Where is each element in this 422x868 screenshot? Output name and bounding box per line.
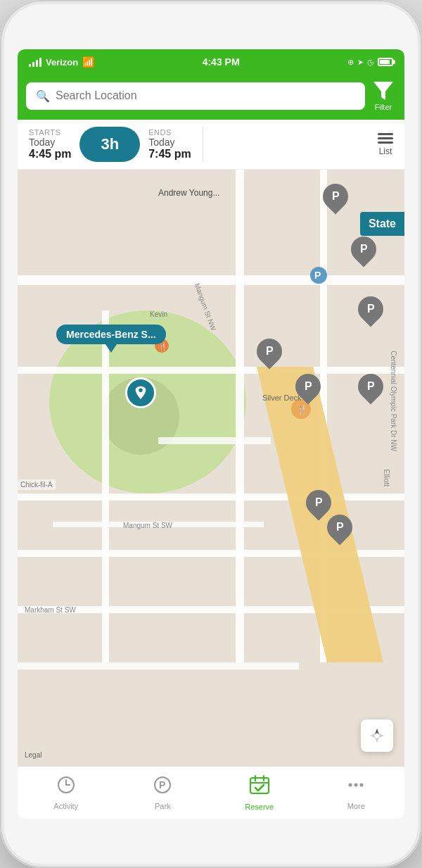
state-label[interactable]: State <box>360 212 404 236</box>
pin-body-5: P <box>290 369 326 405</box>
svg-text:🍴: 🍴 <box>297 404 307 415</box>
nav-item-more[interactable]: More <box>308 767 405 819</box>
battery-icon <box>378 58 393 66</box>
svg-point-37 <box>360 784 364 787</box>
nav-item-reserve[interactable]: Reserve <box>211 767 308 819</box>
parking-pin-8[interactable]: P <box>327 515 352 540</box>
svg-marker-22 <box>375 729 379 734</box>
end-day: Today <box>148 137 191 148</box>
parking-pin-4[interactable]: P <box>257 339 282 364</box>
parking-pin-2[interactable]: P <box>351 237 376 262</box>
navigation-icon: ➤ <box>357 58 364 67</box>
pin-body-1: P <box>318 179 354 215</box>
list-label: List <box>379 146 392 156</box>
search-bar-container: 🔍 Filter <box>18 75 404 120</box>
svg-point-35 <box>349 784 352 787</box>
map-svg: P 🍴 🍴 <box>18 170 404 766</box>
start-day: Today <box>29 137 71 148</box>
location-icon: ⊕ <box>347 58 354 67</box>
status-bar: Verizon 📶 4:43 PM ⊕ ➤ ◷ <box>18 49 404 75</box>
compass-button[interactable] <box>361 719 393 752</box>
search-input[interactable] <box>56 89 355 102</box>
list-icon <box>378 133 393 144</box>
battery-fill <box>380 60 390 64</box>
parking-pin-5[interactable]: P <box>295 374 321 399</box>
nav-item-activity[interactable]: Activity <box>18 767 115 819</box>
ends-section: ENDS Today 7:45 pm <box>148 128 191 161</box>
svg-marker-23 <box>375 737 379 743</box>
ends-label: ENDS <box>148 128 191 137</box>
venue-pin-arrow <box>106 344 117 353</box>
road-label-andrew-young: Andrew Young... <box>158 188 219 198</box>
svg-text:P: P <box>314 270 321 281</box>
nav-label-more: More <box>347 802 365 810</box>
start-time: 4:45 pm <box>29 148 71 161</box>
end-time: 7:45 pm <box>148 148 191 161</box>
signal-bar-1 <box>29 64 31 67</box>
svg-rect-6 <box>18 493 404 501</box>
phone-screen: Verizon 📶 4:43 PM ⊕ ➤ ◷ 🔍 <box>18 49 404 819</box>
svg-rect-4 <box>18 275 404 285</box>
compass-icon <box>369 727 385 744</box>
search-icon: 🔍 <box>36 89 50 103</box>
parking-pin-1[interactable]: P <box>323 184 348 209</box>
svg-marker-25 <box>378 734 384 738</box>
svg-point-36 <box>354 784 358 787</box>
road-label-mangum-sw: Mangum St SW <box>123 522 172 529</box>
parking-pin-7[interactable]: P <box>306 490 331 515</box>
starts-label: STARTS <box>29 128 71 137</box>
time-bar: STARTS Today 4:45 pm 3h ENDS Today 7:45 … <box>18 120 404 170</box>
svg-rect-15 <box>18 662 299 669</box>
svg-rect-9 <box>236 170 244 662</box>
list-button[interactable]: List <box>378 133 393 156</box>
svg-rect-11 <box>102 310 109 662</box>
poi-label-kevin: Kevin <box>150 310 167 318</box>
road-label-markham: Markham St SW <box>25 606 76 614</box>
search-input-wrapper[interactable]: 🔍 <box>26 82 365 110</box>
poi-label-chick-fil-a: Chick-fil-A <box>18 479 56 490</box>
pin-body-6: P <box>353 369 389 405</box>
venue-icon-pin[interactable] <box>125 377 156 408</box>
park-icon: P <box>153 775 172 799</box>
activity-icon <box>56 775 76 799</box>
time-divider <box>203 127 203 162</box>
venue-callout[interactable]: Mercedes-Benz S... <box>56 325 166 353</box>
pin-body-4: P <box>252 334 288 370</box>
filter-icon <box>371 80 396 101</box>
svg-marker-24 <box>370 734 376 738</box>
pin-body-3: P <box>353 291 389 327</box>
reserve-icon <box>249 774 270 800</box>
filter-label: Filter <box>375 103 392 111</box>
signal-bar-2 <box>32 62 34 67</box>
bottom-nav: Activity P Park <box>18 766 404 819</box>
time-display: 4:43 PM <box>203 56 240 68</box>
stadium-icon <box>133 385 148 401</box>
status-left: Verizon 📶 <box>29 56 94 68</box>
carrier-label: Verizon <box>46 57 78 68</box>
duration-button[interactable]: 3h <box>79 127 140 162</box>
pin-body-2: P <box>346 232 382 268</box>
phone-frame: Verizon 📶 4:43 PM ⊕ ➤ ◷ 🔍 <box>0 0 422 868</box>
alarm-icon: ◷ <box>367 58 374 67</box>
nav-label-reserve: Reserve <box>245 803 274 811</box>
nav-label-park: Park <box>155 802 171 810</box>
venue-pin-label: Mercedes-Benz S... <box>56 325 166 344</box>
svg-rect-13 <box>158 437 271 444</box>
svg-rect-5 <box>18 367 404 374</box>
legal-label[interactable]: Legal <box>25 751 41 759</box>
status-right: ⊕ ➤ ◷ <box>347 58 393 67</box>
map-area: P 🍴 🍴 Andrew Young... Silver Deck Mangum… <box>18 170 404 766</box>
parking-pin-6[interactable]: P <box>358 374 383 399</box>
signal-bar-4 <box>39 58 41 67</box>
filter-button[interactable]: Filter <box>371 80 396 111</box>
signal-bars-icon <box>29 57 41 67</box>
nav-label-activity: Activity <box>53 802 78 810</box>
pin-body-8: P <box>322 510 358 546</box>
parking-pin-3[interactable]: P <box>358 296 383 322</box>
nav-item-park[interactable]: P Park <box>115 767 212 819</box>
svg-marker-0 <box>373 82 393 100</box>
signal-bar-3 <box>36 60 38 67</box>
more-icon <box>346 775 366 799</box>
svg-rect-31 <box>250 778 269 793</box>
svg-text:P: P <box>159 779 165 791</box>
